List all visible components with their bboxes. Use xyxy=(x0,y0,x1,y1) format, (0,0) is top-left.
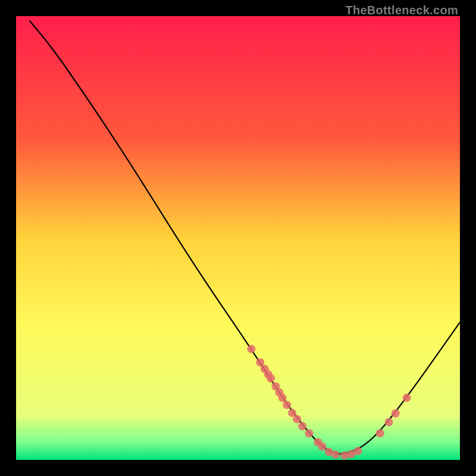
data-marker xyxy=(392,409,400,418)
data-marker xyxy=(247,345,255,353)
data-marker xyxy=(283,401,291,409)
data-marker xyxy=(318,443,327,451)
data-marker xyxy=(278,394,287,402)
plot-area xyxy=(16,16,460,460)
chart-svg xyxy=(16,16,460,460)
data-marker xyxy=(298,422,306,430)
data-marker xyxy=(305,429,313,437)
data-marker xyxy=(376,429,384,437)
data-marker xyxy=(331,450,340,459)
data-marker xyxy=(293,415,301,423)
data-marker xyxy=(267,374,275,383)
data-marker xyxy=(385,418,393,427)
watermark-text: TheBottleneck.com xyxy=(345,4,458,17)
chart-frame: TheBottleneck.com xyxy=(0,0,476,476)
data-marker xyxy=(353,447,362,455)
gradient-bg xyxy=(16,16,460,460)
data-marker xyxy=(403,394,411,402)
